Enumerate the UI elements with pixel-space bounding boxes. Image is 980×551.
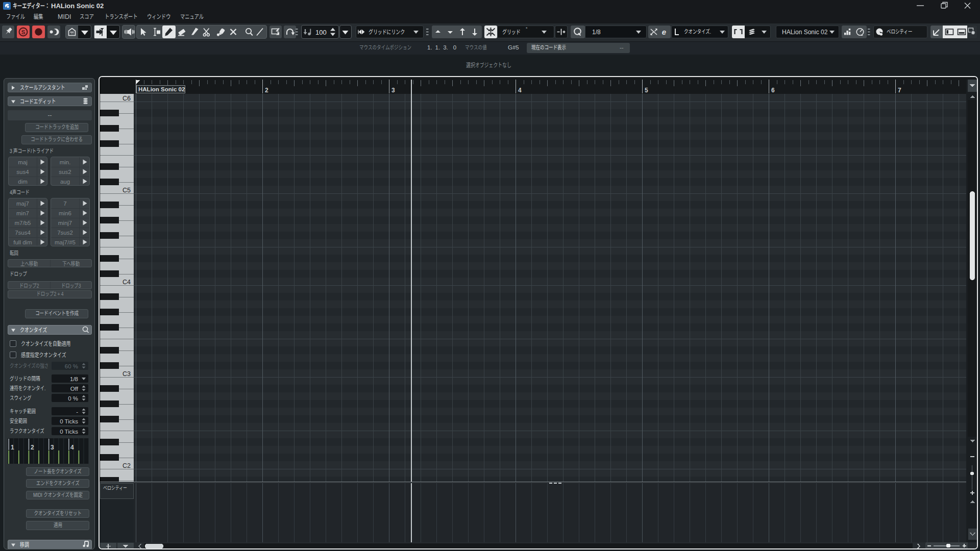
svg-text:3: 3 (391, 87, 395, 94)
svg-text:1: 1 (11, 444, 14, 451)
svg-text:4: 4 (70, 444, 74, 451)
svg-text:HALion Sonic 02: HALion Sonic 02 (138, 86, 185, 92)
svg-text:3: 3 (51, 444, 54, 451)
svg-text:5: 5 (645, 87, 648, 94)
svg-text:e: e (662, 28, 666, 36)
svg-text:6: 6 (771, 87, 775, 94)
svg-text:C6: C6 (122, 95, 131, 102)
svg-text:4: 4 (518, 87, 522, 94)
svg-text:C2: C2 (122, 462, 131, 469)
svg-text:C5: C5 (122, 187, 131, 194)
svg-text:S: S (21, 29, 26, 35)
svg-text:2: 2 (265, 87, 268, 94)
svg-text:7: 7 (898, 87, 901, 94)
svg-text:C4: C4 (122, 279, 131, 286)
svg-text:ベロシティー: ベロシティー (103, 485, 127, 491)
svg-text:C3: C3 (122, 370, 131, 378)
svg-text:2: 2 (31, 444, 34, 451)
